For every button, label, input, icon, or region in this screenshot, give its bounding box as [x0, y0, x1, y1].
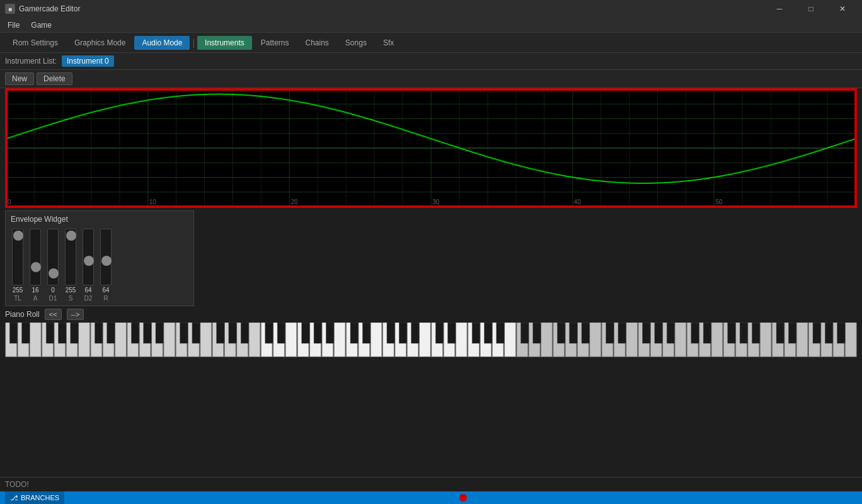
menubar: File Game	[0, 18, 862, 33]
slider-label-d2: D2	[84, 295, 93, 302]
waveform-canvas	[6, 89, 856, 207]
nav-separator: |	[192, 38, 195, 48]
slider-track-tl[interactable]	[12, 229, 23, 285]
window-controls: ─ □ ✕	[765, 0, 857, 18]
status-indicator	[459, 494, 467, 501]
piano-roll-section: Piano Roll << -->	[5, 309, 857, 357]
slider-thumb-tl[interactable]	[13, 231, 23, 241]
slider-thumb-r[interactable]	[101, 256, 112, 266]
titlebar: ■ Gamercade Editor ─ □ ✕	[0, 0, 862, 18]
envelope-title: Envelope Widget	[11, 215, 188, 224]
titlebar-left: ■ Gamercade Editor	[5, 4, 80, 14]
scroll-right-button[interactable]: -->	[67, 309, 84, 320]
slider-track-r[interactable]	[100, 229, 112, 285]
slider-thumb-s[interactable]	[66, 231, 76, 241]
slider-label-s: S	[69, 295, 73, 302]
menu-file[interactable]: File	[3, 20, 25, 31]
slider-a: 16 A	[28, 229, 42, 302]
branches-button[interactable]: ⎇ BRANCHES	[5, 491, 64, 504]
tab-instruments[interactable]: Instruments	[197, 36, 252, 50]
close-button[interactable]: ✕	[828, 0, 857, 18]
waveform-display	[5, 88, 857, 208]
navbar: Rom Settings Graphics Mode Audio Mode | …	[0, 33, 862, 53]
slider-value-s: 255	[64, 287, 78, 294]
delete-button[interactable]: Delete	[37, 72, 72, 85]
slider-d2: 64 D2	[81, 229, 95, 302]
todo-bar: TODO!	[0, 477, 862, 491]
tab-graphics-mode[interactable]: Graphics Mode	[67, 36, 133, 50]
piano-keyboard[interactable]	[5, 323, 857, 357]
scroll-left-button[interactable]: <<	[45, 309, 62, 320]
slider-value-a: 16	[28, 287, 42, 294]
tab-patterns[interactable]: Patterns	[253, 36, 297, 50]
slider-value-d1: 0	[46, 287, 60, 294]
slider-tl: 255 TL	[11, 229, 25, 302]
piano-canvas	[5, 323, 857, 357]
minimize-button[interactable]: ─	[765, 0, 794, 18]
action-bar: New Delete	[0, 70, 862, 88]
status-bar: ⎇ BRANCHES	[0, 491, 862, 504]
slider-track-d2[interactable]	[83, 229, 94, 285]
slider-label-d1: D1	[49, 295, 57, 302]
branches-icon: ⎇	[10, 494, 18, 502]
instrument-list-label: Instrument List:	[5, 57, 57, 66]
slider-label-r: R	[103, 295, 108, 302]
tab-sfx[interactable]: Sfx	[376, 36, 401, 50]
slider-value-tl: 255	[11, 287, 25, 294]
window-title: Gamercade Editor	[19, 4, 80, 13]
slider-r: 64 R	[99, 229, 113, 302]
slider-label-tl: TL	[14, 295, 21, 302]
tab-rom-settings[interactable]: Rom Settings	[5, 36, 66, 50]
slider-thumb-d1[interactable]	[49, 268, 59, 278]
slider-thumb-d2[interactable]	[84, 256, 94, 266]
slider-track-d1[interactable]	[47, 229, 59, 285]
slider-value-r: 64	[99, 287, 113, 294]
new-button[interactable]: New	[5, 72, 34, 85]
slider-label-a: A	[33, 295, 38, 302]
maximize-button[interactable]: □	[796, 0, 825, 18]
slider-d1: 0 D1	[46, 229, 60, 302]
envelope-sliders: 255 TL 16 A 0 D1 255 S	[11, 229, 188, 302]
tab-audio-mode[interactable]: Audio Mode	[134, 36, 190, 50]
slider-value-d2: 64	[81, 287, 95, 294]
slider-track-s[interactable]	[65, 229, 76, 285]
instrument-section: Instrument List: Instrument 0	[0, 53, 862, 70]
status-center	[69, 494, 857, 501]
slider-track-a[interactable]	[30, 229, 41, 285]
slider-s: 255 S	[64, 229, 78, 302]
instrument-0-button[interactable]: Instrument 0	[62, 55, 114, 67]
tab-songs[interactable]: Songs	[338, 36, 374, 50]
piano-roll-title: Piano Roll << -->	[5, 309, 857, 320]
tab-chains[interactable]: Chains	[298, 36, 336, 50]
menu-game[interactable]: Game	[26, 20, 57, 31]
app-icon: ■	[5, 4, 15, 14]
slider-thumb-a[interactable]	[31, 262, 41, 272]
envelope-section: Envelope Widget 255 TL 16 A 0 D1	[5, 210, 194, 306]
